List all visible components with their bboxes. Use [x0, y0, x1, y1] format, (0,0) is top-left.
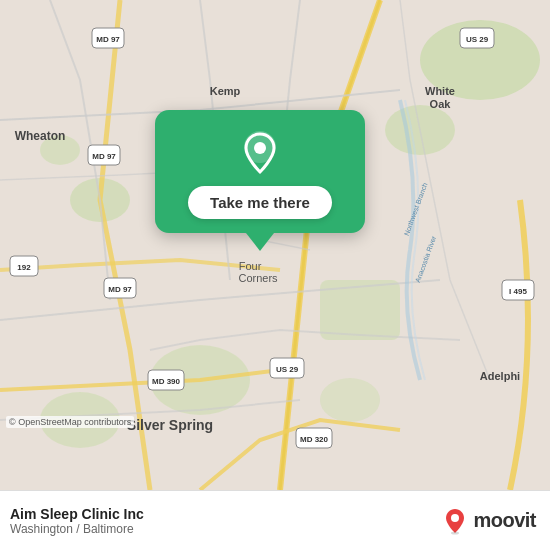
svg-text:MD 320: MD 320: [300, 435, 329, 444]
map-popup: Take me there: [155, 110, 365, 251]
place-subtitle: Washington / Baltimore: [10, 522, 144, 536]
svg-point-39: [451, 514, 459, 522]
moovit-logo[interactable]: moovit: [441, 507, 536, 535]
svg-text:US 29: US 29: [466, 35, 489, 44]
svg-text:Kemp: Kemp: [210, 85, 241, 97]
location-pin-icon: [236, 128, 284, 176]
svg-text:MD 390: MD 390: [152, 377, 181, 386]
osm-credit: © OpenStreetMap contributors: [6, 416, 134, 428]
moovit-logo-text: moovit: [473, 509, 536, 532]
svg-text:MD 97: MD 97: [96, 35, 120, 44]
svg-text:Adelphi: Adelphi: [480, 370, 520, 382]
svg-text:Silver Spring: Silver Spring: [127, 417, 213, 433]
svg-text:US 29: US 29: [276, 365, 299, 374]
moovit-logo-icon: [441, 507, 469, 535]
popup-box: Take me there: [155, 110, 365, 233]
svg-text:192: 192: [17, 263, 31, 272]
svg-point-40: [451, 531, 459, 534]
footer-info: Aim Sleep Clinic Inc Washington / Baltim…: [10, 506, 144, 536]
svg-point-8: [320, 378, 380, 422]
svg-text:Four: Four: [239, 260, 262, 272]
map-container: MD 97 MD 97 MD 97 US 29 US 29 I 495 MD 3…: [0, 0, 550, 490]
popup-tail: [246, 233, 274, 251]
take-me-there-button[interactable]: Take me there: [188, 186, 332, 219]
footer-bar: Aim Sleep Clinic Inc Washington / Baltim…: [0, 490, 550, 550]
svg-text:I 495: I 495: [509, 287, 527, 296]
svg-text:Oak: Oak: [430, 98, 452, 110]
place-title: Aim Sleep Clinic Inc: [10, 506, 144, 522]
svg-point-38: [254, 142, 266, 154]
svg-text:Corners: Corners: [238, 272, 278, 284]
svg-text:MD 97: MD 97: [108, 285, 132, 294]
svg-text:MD 97: MD 97: [92, 152, 116, 161]
svg-text:White: White: [425, 85, 455, 97]
svg-text:Wheaton: Wheaton: [15, 129, 66, 143]
